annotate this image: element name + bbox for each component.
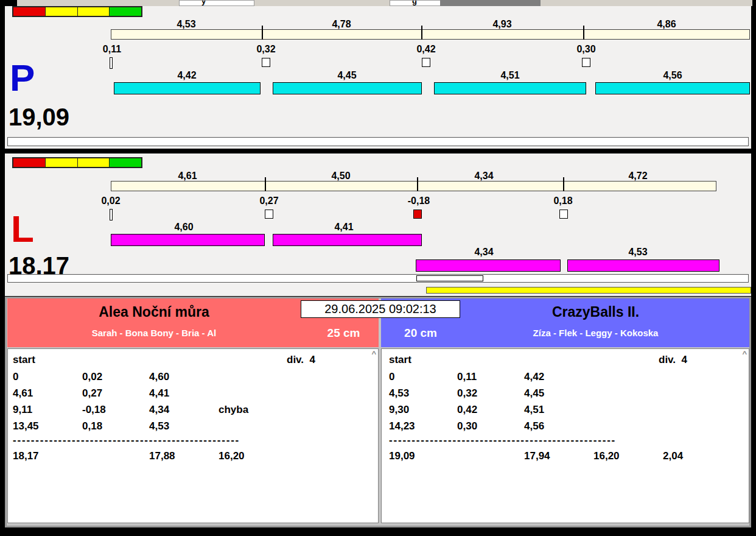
log-row: 13,45 0,18 4,53 (8, 420, 378, 434)
log-row: 9,30 0,42 4,51 (382, 404, 749, 417)
total-clean: 17,88 (149, 450, 175, 462)
log-row: 0 0,02 4,60 (8, 371, 378, 384)
log-row: 9,11 -0,18 4,34 chyba (8, 404, 378, 417)
dog-run-bar-1 (111, 234, 265, 246)
total-clean: 17,94 (524, 450, 550, 462)
dog-run-bar-2 (273, 82, 422, 94)
dog-time-4: 4,56 (648, 70, 697, 81)
log-cell: 9,11 (13, 404, 32, 416)
separator-dashes: ----------------------------------------… (13, 434, 240, 446)
green-light (110, 158, 141, 167)
handover-time-2: 0,27 (245, 196, 293, 206)
status-light-legend (12, 157, 142, 168)
dog-time-2: 4,41 (320, 222, 368, 233)
log-separator: ----------------------------------------… (382, 434, 749, 448)
log-cell: 0,30 (457, 420, 477, 432)
total-best: 16,20 (219, 450, 245, 462)
log-header-row: start div. 4 (8, 354, 378, 367)
handover-marker-3 (582, 58, 590, 67)
split-time-1: 4,61 (163, 171, 212, 182)
start-marker (110, 209, 113, 220)
log-cell: 4,53 (149, 420, 169, 432)
toolbar-tab-fragment[interactable] (440, 0, 541, 6)
dog-time-1: 4,42 (163, 70, 211, 81)
log-division-label: div. 4 (287, 354, 315, 366)
log-row: 0 0,11 4,42 (382, 371, 749, 384)
log-cell: 4,51 (524, 404, 544, 416)
toolbar-button-label: ý (201, 0, 206, 5)
log-cell: 0,27 (82, 387, 102, 400)
yellow-light-2 (78, 7, 110, 16)
red-light (13, 7, 46, 16)
split-time-3: 4,93 (478, 19, 527, 30)
handover-marker-3 (559, 210, 568, 219)
toolbar-button-fragment-1[interactable]: ý (179, 0, 254, 6)
status-light-legend (12, 6, 142, 17)
log-cell: 9,30 (389, 404, 409, 416)
timeline-strip (7, 137, 749, 146)
log-cell: 0,32 (457, 387, 477, 400)
handover-time-4: 0,30 (562, 44, 611, 55)
team-left-members: Sarah - Bona Bony - Bria - Al (7, 328, 301, 338)
progress-box (416, 275, 483, 281)
lane-total-time: 19,09 (9, 104, 69, 131)
datetime-display: 29.06.2025 09:02:13 (301, 300, 460, 318)
dog-time-2: 4,45 (323, 70, 371, 81)
split-divider-1 (265, 177, 266, 191)
handover-time-1: 0,02 (86, 196, 135, 206)
dog-time-1: 4,60 (159, 222, 208, 233)
log-cell: 4,60 (149, 371, 169, 383)
dog-run-bar-3 (434, 82, 586, 94)
log-cell: 0,18 (82, 420, 102, 432)
log-header-row: start div. 4 (382, 354, 749, 367)
left-result-log[interactable]: ^ start div. 4 0 0,02 4,60 4,61 0,27 4,4… (7, 348, 379, 523)
yellow-light-1 (46, 158, 78, 167)
log-start-label: start (13, 354, 35, 366)
total-best: 16,20 (593, 450, 620, 462)
split-divider-2 (421, 26, 422, 40)
log-cell: 0 (389, 371, 394, 383)
split-time-3: 4,34 (460, 171, 508, 182)
log-cell: 4,56 (524, 420, 544, 432)
dog-run-bar-4 (567, 259, 719, 272)
team-right-name: CrazyBalls II. (460, 304, 731, 320)
log-row: 4,61 0,27 4,41 (8, 387, 378, 401)
split-bar (111, 29, 750, 40)
log-cell: -0,18 (82, 404, 106, 416)
dog-time-3: 4,51 (486, 70, 534, 81)
start-marker (110, 57, 113, 69)
dog-time-3: 4,34 (460, 247, 508, 258)
handover-marker-1 (265, 210, 273, 219)
split-time-1: 4,53 (162, 19, 211, 30)
green-light (110, 7, 141, 16)
red-light (13, 158, 46, 167)
log-cell: 0,02 (82, 371, 102, 383)
log-cell: 0 (13, 371, 18, 383)
yellow-light-2 (78, 158, 110, 167)
dog-run-bar-4 (595, 82, 750, 94)
split-divider-2 (417, 177, 418, 191)
handover-time-3: -0,18 (394, 196, 443, 206)
app-window: ý g 4,53 4,78 4,93 4,86 0,11 0,32 0,42 0… (0, 0, 756, 536)
log-cell: 4,53 (389, 387, 409, 400)
log-row: 14,23 0,30 4,56 (382, 420, 749, 434)
split-divider-3 (583, 26, 584, 40)
progress-bar-yellow (426, 287, 751, 294)
handover-marker-1 (262, 58, 270, 67)
yellow-light-1 (46, 7, 78, 16)
dog-run-bar-3 (416, 259, 561, 272)
results-panel: Alea Noční můra Sarah - Bona Bony - Bria… (5, 297, 751, 527)
log-cell: 4,34 (149, 404, 169, 416)
dog-time-4: 4,53 (614, 247, 662, 258)
log-total-row: 18,17 17,88 16,20 (8, 450, 378, 464)
toolbar-button-label: g (412, 0, 417, 5)
team-right-members: Zíza - Flek - Leggy - Kokoska (460, 328, 731, 338)
log-cell: 4,45 (524, 387, 544, 400)
lane-l-section: 4,61 4,50 4,34 4,72 0,02 0,27 -0,18 0,18… (5, 153, 751, 296)
split-bar (111, 181, 716, 191)
log-fault-cell: chyba (219, 404, 248, 416)
right-result-log[interactable]: ^ start div. 4 0 0,11 4,42 4,53 0,32 4,4… (381, 348, 749, 523)
total-time: 18,17 (13, 450, 39, 462)
log-cell: 0,42 (457, 404, 477, 416)
split-time-4: 4,86 (642, 19, 691, 30)
